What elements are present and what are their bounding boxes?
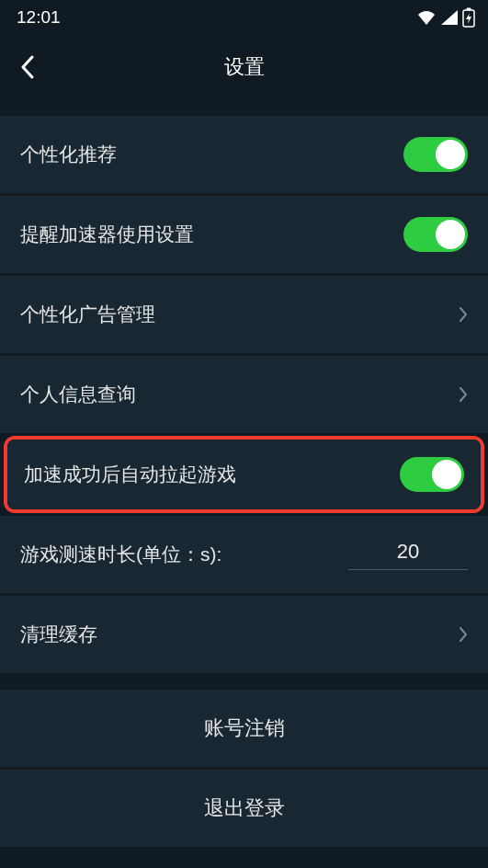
page-title: 设置 — [0, 53, 488, 81]
logout-button[interactable]: 退出登录 — [0, 770, 488, 847]
row-personal-info-query[interactable]: 个人信息查询 — [0, 356, 488, 433]
toggle-auto-launch-game[interactable] — [400, 457, 464, 492]
wifi-icon — [416, 9, 437, 26]
row-label: 个性化广告管理 — [20, 302, 155, 327]
row-speed-test-duration: 游戏测速时长(单位：s): — [0, 516, 488, 593]
row-accelerator-reminder: 提醒加速器使用设置 — [0, 196, 488, 273]
battery-icon — [462, 7, 475, 28]
toggle-knob — [436, 220, 465, 249]
back-icon — [20, 55, 35, 79]
delete-account-button[interactable]: 账号注销 — [0, 690, 488, 767]
row-personalized-recommend: 个性化推荐 — [0, 116, 488, 193]
toggle-knob — [436, 140, 465, 169]
row-label: 个人信息查询 — [20, 382, 136, 407]
row-label: 清理缓存 — [20, 622, 97, 647]
signal-icon — [440, 9, 459, 26]
chevron-right-icon — [459, 306, 468, 323]
svg-rect-1 — [467, 8, 471, 11]
status-icons — [416, 7, 475, 28]
back-button[interactable] — [0, 35, 55, 99]
toggle-accelerator-reminder[interactable] — [403, 217, 468, 252]
settings-list: 个性化推荐 提醒加速器使用设置 个性化广告管理 个人信息查询 加速成功后自动拉起… — [0, 116, 488, 673]
toggle-personalized-recommend[interactable] — [403, 137, 468, 172]
nav-bar: 设置 — [0, 35, 488, 99]
row-label: 个性化推荐 — [20, 142, 117, 167]
status-bar: 12:01 — [0, 0, 488, 35]
row-clear-cache[interactable]: 清理缓存 — [0, 596, 488, 673]
highlight-auto-launch: 加速成功后自动拉起游戏 — [4, 436, 484, 513]
action-section: 账号注销 退出登录 — [0, 690, 488, 847]
row-label: 游戏测速时长(单位：s): — [20, 542, 221, 567]
row-label: 提醒加速器使用设置 — [20, 222, 194, 247]
chevron-right-icon — [459, 386, 468, 403]
row-personalized-ads[interactable]: 个性化广告管理 — [0, 276, 488, 353]
speed-test-duration-input[interactable] — [348, 540, 468, 570]
row-auto-launch-game: 加速成功后自动拉起游戏 — [7, 440, 481, 509]
row-label: 加速成功后自动拉起游戏 — [24, 462, 236, 487]
status-time: 12:01 — [17, 7, 61, 28]
toggle-knob — [432, 460, 461, 489]
chevron-right-icon — [459, 626, 468, 643]
